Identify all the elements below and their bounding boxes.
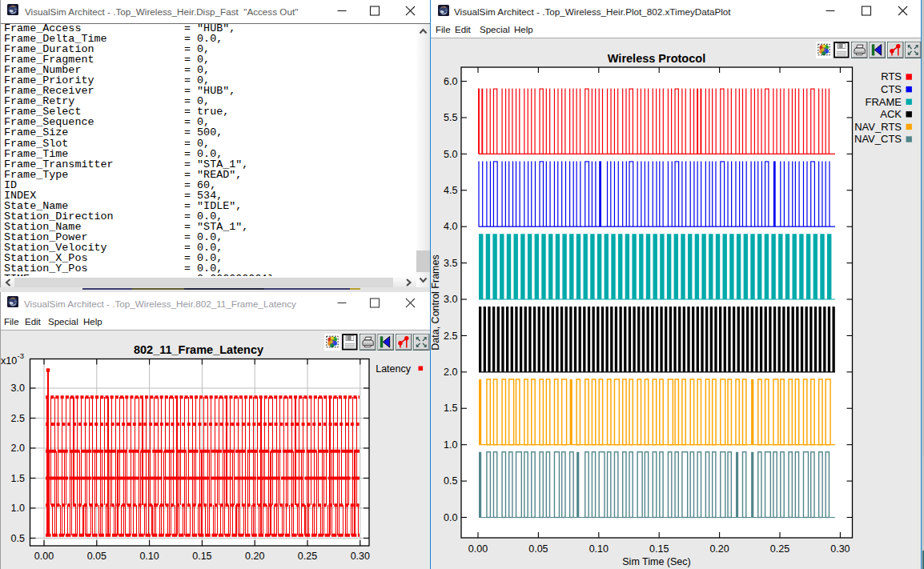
svg-text:0.25: 0.25 — [770, 543, 789, 555]
svg-text:x10: x10 — [1, 355, 17, 367]
svg-text:3.0: 3.0 — [11, 383, 25, 394]
svg-text:5.5: 5.5 — [444, 112, 457, 123]
svg-text:3.0: 3.0 — [444, 294, 457, 305]
svg-text:NAV_CTS: NAV_CTS — [854, 133, 902, 145]
svg-text:NAV_RTS: NAV_RTS — [854, 121, 902, 133]
svg-text:0.00: 0.00 — [34, 551, 54, 562]
svg-text:ACK: ACK — [880, 108, 902, 120]
svg-text:FRAME: FRAME — [866, 96, 902, 108]
svg-text:Latency: Latency — [376, 363, 412, 375]
svg-text:0.10: 0.10 — [589, 543, 609, 555]
svg-text:0.30: 0.30 — [830, 543, 850, 555]
svg-text:2.0: 2.0 — [444, 367, 457, 378]
svg-text:0.30: 0.30 — [351, 551, 370, 562]
svg-text:0.20: 0.20 — [245, 551, 264, 562]
svg-text:0.10: 0.10 — [139, 551, 159, 562]
svg-text:-3: -3 — [18, 351, 24, 360]
svg-text:1.0: 1.0 — [11, 503, 25, 514]
svg-text:Data, Control Frames: Data, Control Frames — [431, 254, 441, 350]
svg-text:1.5: 1.5 — [11, 473, 25, 484]
svg-text:0.00: 0.00 — [468, 543, 488, 555]
svg-text:1.0: 1.0 — [444, 439, 457, 451]
svg-text:0.15: 0.15 — [192, 551, 211, 562]
svg-text:2.0: 2.0 — [11, 443, 25, 454]
svg-text:0.0: 0.0 — [444, 512, 457, 523]
svg-text:0.15: 0.15 — [649, 543, 669, 555]
svg-text:4.0: 4.0 — [444, 221, 457, 232]
svg-text:0.05: 0.05 — [87, 551, 106, 562]
svg-text:Wireless Protocol: Wireless Protocol — [608, 52, 705, 65]
svg-text:0.5: 0.5 — [11, 533, 25, 544]
svg-text:0.20: 0.20 — [709, 543, 729, 555]
svg-text:RTS: RTS — [881, 70, 902, 82]
svg-text:Sim Time (Sec): Sim Time (Sec) — [622, 556, 690, 567]
svg-text:3.5: 3.5 — [444, 258, 457, 269]
svg-text:1.5: 1.5 — [444, 403, 457, 414]
svg-text:0.05: 0.05 — [528, 543, 548, 555]
svg-text:2.5: 2.5 — [444, 331, 457, 342]
svg-text:0.25: 0.25 — [298, 551, 317, 562]
svg-text:6.0: 6.0 — [444, 76, 457, 87]
svg-text:802_11_Frame_Latency: 802_11_Frame_Latency — [134, 343, 263, 356]
svg-text:4.5: 4.5 — [444, 185, 457, 196]
svg-text:0.5: 0.5 — [444, 475, 457, 487]
svg-text:5.0: 5.0 — [444, 149, 457, 160]
svg-text:CTS: CTS — [881, 83, 902, 95]
svg-text:2.5: 2.5 — [11, 413, 25, 424]
